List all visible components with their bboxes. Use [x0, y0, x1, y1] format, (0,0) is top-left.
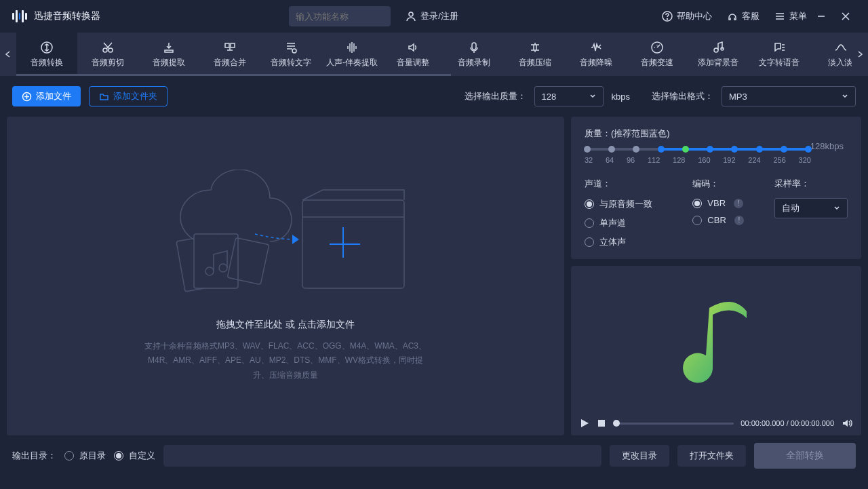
channel-group: 声道： 与原音频一致 单声道 立体声 [585, 178, 676, 248]
channel-mono[interactable]: 单声道 [585, 217, 676, 229]
tick-96[interactable] [633, 146, 639, 153]
player-artwork [571, 266, 861, 411]
svg-point-9 [292, 49, 296, 53]
plus-circle-icon [22, 92, 32, 102]
quality-slider[interactable] [587, 148, 808, 151]
tool-compress[interactable]: 音频压缩 [505, 33, 566, 76]
tool-denoise[interactable]: 音频降噪 [566, 33, 627, 76]
drop-title: 拖拽文件至此处 或 点击添加文件 [216, 319, 355, 331]
change-dir-button[interactable]: 更改目录 [610, 445, 669, 467]
tick-label: 160 [698, 156, 710, 164]
tick-label: 96 [627, 156, 635, 164]
tts-icon [772, 41, 786, 54]
quality-select[interactable]: 128 [534, 86, 604, 106]
extract-icon [162, 41, 176, 54]
quality-header: 质量：(推荐范围蓝色) [585, 128, 848, 140]
svg-point-3 [667, 19, 668, 20]
output-custom[interactable]: 自定义 [114, 450, 155, 462]
cut-icon [101, 41, 115, 54]
menu-icon [774, 11, 785, 22]
play-button[interactable] [579, 418, 590, 429]
tick-160[interactable] [707, 146, 713, 153]
add-file-button[interactable]: 添加文件 [12, 86, 81, 106]
tick-128[interactable] [682, 146, 689, 153]
tick-label: 32 [585, 156, 593, 164]
quality-badge: 128kbps [810, 141, 844, 151]
add-folder-button[interactable]: 添加文件夹 [89, 86, 167, 106]
chevron-down-icon [833, 205, 840, 212]
samplerate-select[interactable]: 自动 [774, 198, 848, 218]
music-note-icon [679, 288, 753, 389]
tool-record[interactable]: 音频录制 [443, 33, 505, 76]
tool-fade[interactable]: 淡入淡 [810, 33, 852, 76]
channel-stereo[interactable]: 立体声 [585, 236, 676, 248]
convert-all-button[interactable]: 全部转换 [754, 443, 856, 469]
search-input[interactable] [296, 12, 410, 22]
record-icon [467, 41, 481, 54]
scroll-right-button[interactable] [852, 33, 868, 76]
tool-cut[interactable]: 音频剪切 [77, 33, 138, 76]
tool-volume[interactable]: 音量调整 [382, 33, 443, 76]
tool-speed[interactable]: 音频变速 [627, 33, 688, 76]
format-select[interactable]: MP3 [722, 86, 856, 106]
tick-label: 192 [723, 156, 735, 164]
svg-rect-17 [194, 234, 238, 288]
info-icon[interactable]: ! [734, 199, 743, 208]
output-original[interactable]: 原目录 [64, 450, 106, 462]
service-button[interactable]: 客服 [727, 10, 760, 22]
chevron-down-icon [589, 93, 596, 100]
tool-tts[interactable]: 文字转语音 [749, 33, 810, 76]
app-title: 迅捷音频转换器 [34, 10, 100, 22]
tool-merge[interactable]: 音频合并 [199, 33, 260, 76]
stop-button[interactable] [597, 418, 606, 428]
close-button[interactable] [835, 6, 856, 26]
tick-256[interactable] [781, 146, 787, 153]
toolbar-scrollbar[interactable] [16, 74, 852, 76]
tick-224[interactable] [756, 146, 763, 153]
output-path-input[interactable] [163, 445, 601, 467]
time-display: 00:00:00.000 / 00:00:00.000 [741, 419, 834, 427]
app-logo: 迅捷音频转换器 [12, 9, 100, 24]
logo-icon [12, 9, 27, 24]
chevron-left-icon [4, 50, 12, 58]
tick-32[interactable] [584, 146, 591, 153]
tool-to-text[interactable]: 音频转文字 [260, 33, 321, 76]
tick-192[interactable] [731, 146, 738, 153]
tick-64[interactable] [608, 146, 615, 153]
svg-rect-7 [225, 43, 229, 47]
format-label: 选择输出格式： [652, 90, 713, 102]
merge-icon [223, 41, 237, 54]
open-folder-button[interactable]: 打开文件夹 [677, 445, 746, 467]
svg-point-1 [409, 12, 413, 16]
encoding-vbr[interactable]: VBR! [692, 198, 758, 208]
tool-extract[interactable]: 音频提取 [138, 33, 199, 76]
minimize-button[interactable] [811, 6, 831, 26]
menu-button[interactable]: 菜单 [774, 10, 807, 22]
encoding-cbr[interactable]: CBR! [692, 215, 758, 225]
quality-label: 选择输出质量： [465, 90, 526, 102]
tool-vocal[interactable]: 人声-伴奏提取 [321, 33, 382, 76]
tick-112[interactable] [658, 146, 665, 153]
login-button[interactable]: 登录/注册 [406, 10, 458, 22]
tick-320[interactable] [805, 146, 812, 153]
headset-icon [727, 11, 738, 22]
close-icon [841, 12, 850, 21]
search-box[interactable] [289, 6, 391, 26]
tool-bgm[interactable]: 添加背景音 [688, 33, 749, 76]
minimize-icon [816, 12, 826, 21]
help-button[interactable]: 帮助中心 [662, 10, 712, 22]
tick-label: 128 [673, 156, 685, 164]
chevron-down-icon [842, 93, 848, 100]
tick-label: 64 [606, 156, 614, 164]
folder-icon [99, 92, 109, 102]
info-icon[interactable]: ! [734, 216, 744, 225]
volume-icon[interactable] [841, 417, 853, 429]
scroll-left-button[interactable] [0, 33, 16, 76]
drop-zone[interactable]: 拖拽文件至此处 或 点击添加文件 支持十余种音频格式MP3、WAV、FLAC、A… [7, 117, 564, 435]
tool-convert[interactable]: 音频转换 [16, 33, 77, 76]
channel-original[interactable]: 与原音频一致 [585, 198, 676, 210]
svg-rect-10 [472, 43, 476, 50]
convert-icon [40, 41, 54, 54]
progress-slider[interactable] [613, 423, 734, 425]
tick-label: 320 [799, 156, 811, 164]
